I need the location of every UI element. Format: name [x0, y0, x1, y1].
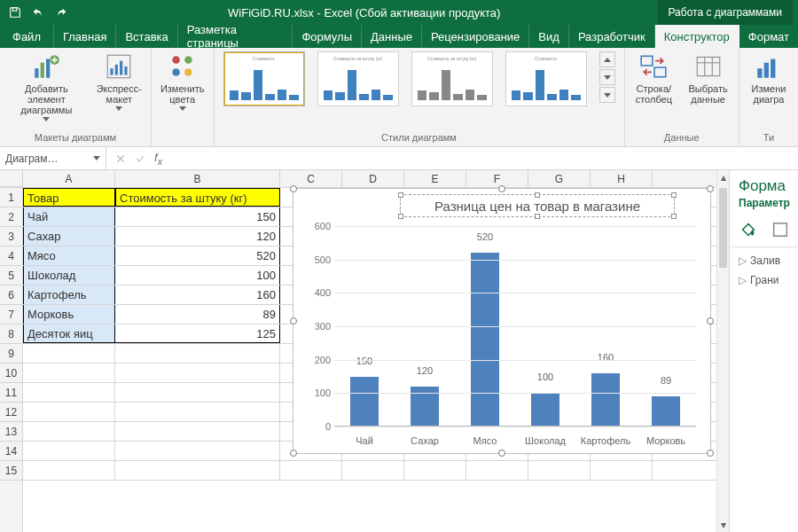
col-header[interactable]: F [466, 170, 528, 187]
change-colors-button[interactable]: Изменить цвета [160, 51, 205, 111]
resize-handle[interactable] [290, 317, 297, 325]
tab-developer[interactable]: Разработчик [569, 25, 655, 48]
tab-file[interactable]: Файл [0, 25, 54, 48]
cell[interactable] [23, 383, 115, 402]
tab-formulas[interactable]: Формулы [293, 25, 362, 48]
row-header[interactable]: 3 [0, 227, 22, 246]
col-header[interactable]: D [342, 170, 404, 187]
row-header[interactable]: 4 [0, 246, 22, 266]
select-all-corner[interactable] [0, 170, 23, 187]
add-chart-element-button[interactable]: Добавить элемент диаграммы [9, 51, 84, 121]
cell[interactable] [115, 442, 280, 460]
cell[interactable]: Чай [23, 207, 115, 226]
cell[interactable]: 89 [115, 305, 280, 324]
save-icon[interactable] [5, 3, 25, 22]
row-header[interactable]: 14 [0, 442, 22, 461]
scrollbar-thumb[interactable] [719, 188, 727, 268]
chart-title[interactable]: Разница цен на товар в магазине [400, 194, 675, 217]
chart-style-4[interactable]: Стоимость [505, 51, 587, 106]
chart-style-3[interactable]: Стоимость за штуку (кг) [411, 51, 493, 106]
cell[interactable]: Сахар [23, 227, 115, 246]
resize-handle[interactable] [398, 192, 403, 198]
name-box[interactable]: Диаграм… [0, 147, 106, 169]
redo-icon[interactable] [51, 3, 71, 22]
row-header[interactable]: 13 [0, 422, 22, 442]
switch-row-col-button[interactable]: Строка/столбец [634, 51, 675, 105]
cell[interactable]: 120 [115, 227, 280, 246]
tab-data[interactable]: Данные [362, 25, 422, 48]
tab-view[interactable]: Вид [529, 25, 569, 48]
vertical-scrollbar[interactable]: ▴ ▾ [716, 170, 729, 532]
col-header[interactable]: H [591, 170, 653, 187]
tab-design[interactable]: Конструктор [655, 25, 739, 48]
change-chart-type-button[interactable]: Измени диагра [748, 51, 789, 105]
cell[interactable]: Картофель [23, 286, 115, 304]
cell[interactable] [115, 422, 280, 441]
resize-handle[interactable] [535, 192, 540, 198]
tab-review[interactable]: Рецензирование [422, 25, 529, 48]
cell[interactable] [591, 461, 653, 480]
col-header[interactable]: B [115, 170, 280, 187]
style-gallery-more[interactable] [599, 51, 615, 103]
cell[interactable] [115, 403, 280, 421]
col-header[interactable]: G [528, 170, 591, 187]
cell[interactable]: 520 [115, 246, 280, 265]
cell[interactable] [342, 461, 404, 480]
cell[interactable] [23, 442, 115, 460]
resize-handle[interactable] [398, 214, 403, 219]
resize-handle[interactable] [498, 450, 505, 457]
cell[interactable] [466, 461, 528, 480]
cell[interactable]: Шоколад [23, 266, 115, 285]
col-header[interactable]: A [23, 170, 115, 187]
tab-format[interactable]: Формат [739, 25, 798, 48]
col-header[interactable]: C [280, 170, 342, 187]
cell[interactable] [115, 461, 280, 480]
row-header[interactable]: 9 [0, 344, 22, 364]
cell[interactable] [115, 364, 280, 382]
cell[interactable] [23, 461, 115, 480]
tab-home[interactable]: Главная [54, 25, 116, 48]
row-header[interactable]: 7 [0, 305, 22, 325]
enter-icon[interactable] [135, 153, 145, 164]
cell[interactable]: Стоимость за штуку (кг) [115, 188, 280, 207]
fill-section[interactable]: ▷Залив [739, 254, 798, 267]
cell[interactable] [23, 364, 115, 382]
resize-handle[interactable] [671, 192, 677, 198]
cell[interactable] [23, 344, 115, 363]
row-header[interactable]: 8 [0, 325, 22, 344]
row-header[interactable]: 6 [0, 286, 22, 305]
resize-handle[interactable] [707, 317, 714, 325]
resize-handle[interactable] [290, 185, 297, 192]
select-data-button[interactable]: Выбрать данные [686, 51, 730, 105]
row-header[interactable]: 15 [0, 461, 22, 481]
chart-object[interactable]: Разница цен на товар в магазине 01002003… [293, 188, 711, 454]
row-header[interactable]: 1 [0, 188, 22, 207]
cell[interactable] [115, 383, 280, 402]
tab-pagelayout[interactable]: Разметка страницы [178, 25, 293, 48]
worksheet-area[interactable]: A B C D E F G H 123456789101112131415 То… [0, 170, 729, 532]
cell[interactable]: 160 [115, 286, 280, 304]
cell[interactable] [23, 403, 115, 421]
cell[interactable] [280, 461, 342, 480]
scroll-down-icon[interactable]: ▾ [717, 518, 729, 532]
fill-icon[interactable] [739, 220, 758, 239]
resize-handle[interactable] [498, 185, 505, 192]
cell[interactable] [23, 422, 115, 441]
tab-insert[interactable]: Вставка [116, 25, 177, 48]
row-header[interactable]: 11 [0, 383, 22, 403]
border-section[interactable]: ▷Грани [739, 274, 798, 286]
resize-handle[interactable] [535, 214, 540, 219]
cell[interactable]: 125 [115, 325, 280, 343]
resize-handle[interactable] [290, 450, 297, 457]
chart-plot-area[interactable]: 0100200300400500600 150Чай120Сахар520Мяс… [334, 226, 696, 426]
row-header[interactable]: 2 [0, 207, 22, 227]
scroll-up-icon[interactable]: ▴ [717, 170, 729, 184]
chart-style-2[interactable]: Стоимость за штуку (кг) [317, 51, 399, 106]
cell[interactable]: Мясо [23, 246, 115, 265]
cell[interactable] [115, 344, 280, 363]
resize-handle[interactable] [707, 450, 714, 457]
cell[interactable]: 100 [115, 266, 280, 285]
cancel-icon[interactable] [115, 153, 126, 164]
row-header[interactable]: 12 [0, 403, 22, 422]
quick-layout-button[interactable]: Экспресс-макет [97, 51, 142, 111]
